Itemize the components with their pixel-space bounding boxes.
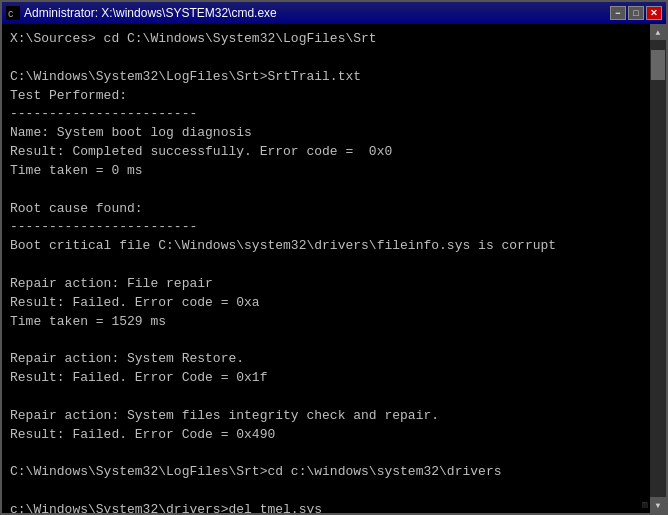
close-button[interactable]: ✕ — [646, 6, 662, 20]
corner-mark: m — [642, 500, 648, 511]
terminal-output: X:\Sources> cd C:\Windows\System32\LogFi… — [10, 30, 658, 513]
scroll-down-arrow[interactable]: ▼ — [650, 497, 666, 513]
cmd-icon: C — [6, 6, 20, 20]
svg-text:C: C — [8, 10, 14, 19]
title-bar-left: C Administrator: X:\windows\SYSTEM32\cmd… — [6, 6, 277, 20]
maximize-button[interactable]: □ — [628, 6, 644, 20]
scroll-up-arrow[interactable]: ▲ — [650, 24, 666, 40]
window-title: Administrator: X:\windows\SYSTEM32\cmd.e… — [24, 6, 277, 20]
minimize-button[interactable]: − — [610, 6, 626, 20]
cmd-window: C Administrator: X:\windows\SYSTEM32\cmd… — [0, 0, 668, 515]
scrollbar[interactable]: ▲ ▼ — [650, 24, 666, 513]
window-controls: − □ ✕ — [610, 6, 662, 20]
scrollbar-thumb[interactable] — [651, 50, 665, 80]
title-bar: C Administrator: X:\windows\SYSTEM32\cmd… — [2, 2, 666, 24]
terminal-body: X:\Sources> cd C:\Windows\System32\LogFi… — [2, 24, 666, 513]
scrollbar-track[interactable] — [650, 40, 666, 497]
